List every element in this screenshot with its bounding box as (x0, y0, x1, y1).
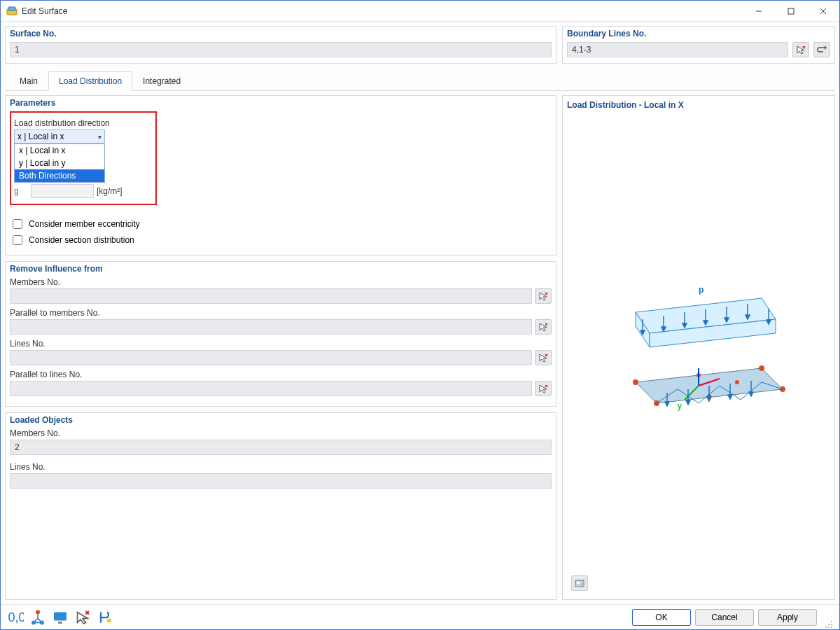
svg-rect-72 (58, 622, 62, 624)
direction-option-y[interactable]: y | Local in y (15, 157, 104, 169)
loaded-members-label: Members No. (10, 428, 552, 438)
parameters-legend: Parameters (10, 98, 552, 108)
remove-lines-label: Lines No. (10, 339, 552, 349)
parameters-group: Parameters Load distribution direction x… (5, 95, 556, 255)
svg-point-79 (828, 624, 830, 625)
direction-option-both[interactable]: Both Directions (15, 169, 104, 182)
remove-parallel-lines-input[interactable] (10, 381, 532, 396)
remove-members-pick[interactable] (535, 288, 552, 304)
tab-integrated[interactable]: Integrated (132, 71, 191, 91)
tab-bar: Main Load Distribution Integrated (5, 71, 835, 91)
svg-rect-71 (54, 612, 66, 620)
cancel-button[interactable]: Cancel (695, 609, 754, 626)
preview-panel: Load Distribution - Local in X (562, 95, 835, 600)
pick-footer-button[interactable] (74, 609, 92, 626)
svg-text:0,00: 0,00 (8, 610, 24, 624)
unit-label: [kg/m²] (97, 186, 122, 196)
direction-combo-value: x | Local in x (18, 132, 64, 141)
remove-influence-legend: Remove Influence from (10, 264, 552, 274)
close-button[interactable] (807, 1, 839, 22)
remove-members-input[interactable] (10, 288, 532, 304)
apply-button[interactable]: Apply (758, 609, 817, 626)
boundary-lines-group: Boundary Lines No. (562, 26, 835, 64)
svg-point-81 (828, 626, 830, 628)
svg-point-40 (633, 379, 638, 385)
units-button[interactable]: 0,00 (6, 609, 24, 626)
surface-no-group: Surface No. (5, 26, 556, 64)
app-icon (6, 6, 18, 17)
maximize-button[interactable] (775, 1, 807, 22)
tab-main[interactable]: Main (9, 71, 48, 91)
resize-grip[interactable] (824, 620, 834, 629)
g-label: g (14, 186, 28, 196)
chevron-down-icon: ▾ (98, 133, 102, 141)
display-button[interactable] (51, 609, 69, 626)
svg-point-46 (735, 380, 739, 384)
svg-rect-3 (788, 8, 794, 14)
svg-rect-61 (577, 582, 580, 584)
svg-point-82 (825, 626, 827, 628)
dialog-footer: 0,00 OK Cancel Apply (1, 604, 839, 629)
remove-lines-input[interactable] (10, 350, 532, 365)
check-section-box[interactable] (13, 235, 22, 245)
loaded-objects-group: Loaded Objects Members No. Lines No. (5, 412, 556, 600)
svg-point-80 (831, 626, 832, 628)
svg-marker-9 (825, 46, 827, 50)
surface-no-input[interactable] (10, 42, 552, 57)
p-label: p (699, 285, 704, 295)
script-button[interactable] (96, 609, 114, 626)
boundary-lines-input[interactable] (567, 42, 788, 57)
y-axis-label: y (678, 401, 682, 411)
minimize-button[interactable] (743, 1, 775, 22)
highlight-box: Load distribution direction x | Local in… (10, 111, 157, 205)
svg-point-77 (831, 621, 832, 622)
check-section-distribution[interactable]: Consider section distribution (10, 233, 552, 247)
window-title: Edit Surface (22, 6, 67, 16)
svg-marker-53 (686, 400, 690, 405)
load-distribution-diagram: p (594, 277, 804, 431)
preview-legend: Load Distribution - Local in X (567, 100, 830, 110)
edit-surface-dialog: Edit Surface Surface No. Boundary Lines … (0, 0, 840, 630)
svg-point-64 (36, 610, 40, 614)
tab-load-distribution[interactable]: Load Distribution (48, 71, 132, 91)
revert-lines-button[interactable] (813, 42, 830, 57)
remove-influence-group: Remove Influence from Members No. Parall… (5, 261, 556, 407)
check-eccentricity-box[interactable] (13, 219, 22, 229)
remove-parallel-members-input[interactable] (10, 319, 532, 335)
remove-lines-pick[interactable] (535, 350, 552, 365)
direction-combo[interactable]: x | Local in x ▾ (14, 130, 105, 144)
svg-point-62 (580, 583, 583, 586)
loaded-lines-input[interactable] (10, 473, 552, 489)
tree-button[interactable] (29, 609, 47, 626)
g-value-input[interactable] (31, 184, 94, 198)
direction-label: Load distribution direction (14, 118, 153, 128)
loaded-objects-legend: Loaded Objects (10, 415, 552, 425)
surface-no-label: Surface No. (10, 29, 552, 38)
direction-option-x[interactable]: x | Local in x (15, 144, 104, 157)
direction-dropdown: x | Local in x y | Local in y Both Direc… (14, 144, 105, 183)
loaded-members-input[interactable] (10, 440, 552, 455)
svg-point-78 (831, 624, 832, 625)
svg-point-41 (759, 365, 764, 371)
svg-rect-1 (8, 7, 15, 10)
titlebar: Edit Surface (1, 1, 839, 22)
svg-marker-51 (665, 402, 669, 406)
remove-parallel-lines-pick[interactable] (535, 381, 552, 396)
loaded-lines-label: Lines No. (10, 462, 552, 472)
ok-button[interactable]: OK (632, 609, 691, 626)
preview-area: p (567, 113, 830, 595)
svg-marker-59 (749, 392, 753, 396)
svg-point-70 (40, 620, 44, 624)
preview-settings-button[interactable] (571, 575, 588, 591)
svg-point-69 (31, 620, 36, 624)
check-eccentricity[interactable]: Consider member eccentricity (10, 217, 552, 231)
remove-parallel-members-label: Parallel to members No. (10, 308, 552, 318)
remove-parallel-lines-label: Parallel to lines No. (10, 370, 552, 379)
pick-lines-button[interactable] (792, 42, 809, 57)
svg-marker-55 (707, 397, 711, 401)
svg-point-76 (107, 618, 111, 622)
remove-members-label: Members No. (10, 277, 552, 287)
remove-parallel-members-pick[interactable] (535, 319, 552, 335)
boundary-lines-label: Boundary Lines No. (567, 29, 830, 38)
svg-marker-57 (728, 395, 732, 399)
